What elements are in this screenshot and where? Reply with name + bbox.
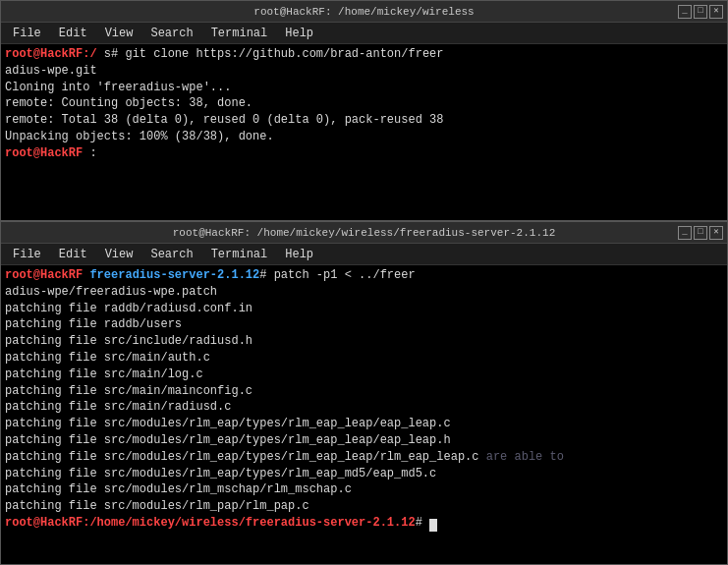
maximize-btn-2[interactable]: □ <box>694 226 707 240</box>
line-2-5: patching file src/main/auth.c <box>5 350 723 367</box>
titlebar-1: root@HackRF: /home/mickey/wireless _ □ ✕ <box>1 1 727 23</box>
menu-search-2[interactable]: Search <box>142 246 200 263</box>
menu-terminal-1[interactable]: Terminal <box>203 25 276 42</box>
terminal-window-1: root@HackRF: /home/mickey/wireless _ □ ✕… <box>0 0 728 221</box>
line-2-13: patching file src/modules/rlm_mschap/rlm… <box>5 481 723 498</box>
titlebar-title-1: root@HackRF: /home/mickey/wireless <box>253 6 474 18</box>
minimize-btn-1[interactable]: _ <box>678 5 692 19</box>
line-1-4: remote: Total 38 (delta 0), reused 0 (de… <box>5 112 723 129</box>
menu-search-1[interactable]: Search <box>142 25 200 42</box>
line-2-9: patching file src/modules/rlm_eap/types/… <box>5 416 723 432</box>
line-1-1: adius-wpe.git <box>5 63 723 80</box>
line-2-0: root@HackRF freeradius-server-2.1.12# pa… <box>5 267 723 284</box>
menu-help-1[interactable]: Help <box>277 25 321 42</box>
line-2-15: root@HackRF:/home/mickey/wireless/freera… <box>5 515 723 532</box>
titlebar-buttons-1: _ □ ✕ <box>678 5 723 19</box>
close-btn-2[interactable]: ✕ <box>709 226 723 240</box>
line-2-1: adius-wpe/freeradius-wpe.patch <box>5 284 723 301</box>
cursor <box>429 519 437 532</box>
menubar-2: File Edit View Search Terminal Help <box>1 244 727 265</box>
line-2-8: patching file src/main/radiusd.c <box>5 399 723 416</box>
maximize-btn-1[interactable]: □ <box>694 5 707 19</box>
line-2-6: patching file src/main/log.c <box>5 367 723 383</box>
menu-terminal-2[interactable]: Terminal <box>203 246 276 263</box>
line-1-2: Cloning into 'freeradius-wpe'... <box>5 80 723 96</box>
prompt-1-0: root@HackRF:/ <box>5 47 97 61</box>
menu-edit-1[interactable]: Edit <box>51 25 95 42</box>
menu-help-2[interactable]: Help <box>277 246 321 263</box>
line-2-4: patching file src/include/radiusd.h <box>5 333 723 350</box>
terminal-content-1: root@HackRF:/ s# git clone https://githu… <box>1 44 727 220</box>
menu-file-2[interactable]: File <box>5 246 49 263</box>
menubar-1: File Edit View Search Terminal Help <box>1 23 727 44</box>
line-2-10: patching file src/modules/rlm_eap/types/… <box>5 432 723 449</box>
menu-view-1[interactable]: View <box>97 25 141 42</box>
menu-view-2[interactable]: View <box>97 246 141 263</box>
line-2-3: patching file raddb/users <box>5 316 723 333</box>
line-2-2: patching file raddb/radiusd.conf.in <box>5 301 723 317</box>
close-btn-1[interactable]: ✕ <box>709 5 723 19</box>
titlebar-title-2: root@HackRF: /home/mickey/wireless/freer… <box>173 227 555 239</box>
terminal-content-2: root@HackRF freeradius-server-2.1.12# pa… <box>1 265 727 564</box>
minimize-btn-2[interactable]: _ <box>678 226 692 240</box>
menu-edit-2[interactable]: Edit <box>51 246 95 263</box>
line-1-6: root@HackRF : <box>5 145 723 162</box>
line-1-0: root@HackRF:/ s# git clone https://githu… <box>5 46 723 63</box>
line-1-5: Unpacking objects: 100% (38/38), done. <box>5 129 723 145</box>
titlebar-buttons-2: _ □ ✕ <box>678 226 723 240</box>
titlebar-2: root@HackRF: /home/mickey/wireless/freer… <box>1 222 727 244</box>
terminal-window-2: root@HackRF: /home/mickey/wireless/freer… <box>0 221 728 565</box>
line-1-3: remote: Counting objects: 38, done. <box>5 95 723 112</box>
menu-file-1[interactable]: File <box>5 25 49 42</box>
prompt-1-6: root@HackRF <box>5 146 83 160</box>
line-2-12: patching file src/modules/rlm_eap/types/… <box>5 466 723 482</box>
line-2-11: patching file src/modules/rlm_eap/types/… <box>5 449 723 466</box>
line-2-14: patching file src/modules/rlm_pap/rlm_pa… <box>5 498 723 515</box>
line-2-7: patching file src/main/mainconfig.c <box>5 383 723 400</box>
